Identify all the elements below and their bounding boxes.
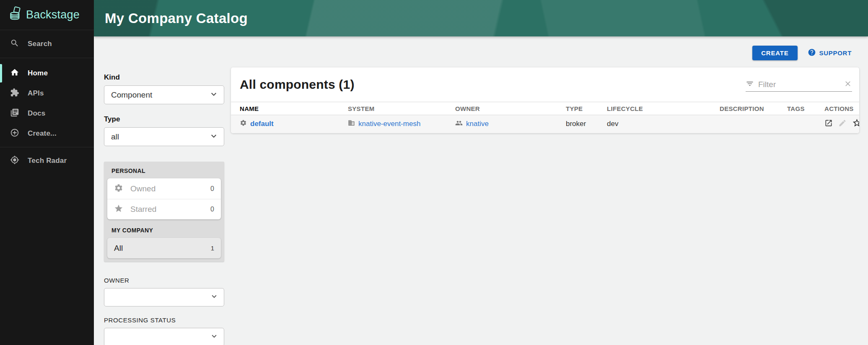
type-value: all	[111, 132, 209, 142]
col-owner[interactable]: OWNER	[446, 102, 557, 115]
sidebar-item-label: Create...	[28, 129, 57, 138]
sidebar-item-label: Docs	[28, 109, 45, 118]
table-filter-input[interactable]	[758, 80, 839, 89]
radar-icon	[10, 155, 19, 166]
col-name[interactable]: NAME	[231, 102, 339, 115]
sidebar-item-label: Tech Radar	[28, 157, 67, 165]
create-button[interactable]: CREATE	[752, 46, 797, 60]
col-description[interactable]: DESCRIPTION	[711, 102, 778, 115]
backstage-logo[interactable]: Backstage	[0, 0, 94, 30]
support-button[interactable]: SUPPORT	[808, 48, 852, 58]
all-filter-row[interactable]: All 1	[107, 238, 221, 258]
open-in-new-icon[interactable]	[824, 119, 833, 129]
kind-select[interactable]: Component	[104, 85, 224, 104]
owner-filter-label: OWNER	[104, 277, 224, 284]
sidebar-item-label: APIs	[28, 89, 44, 98]
col-type[interactable]: TYPE	[557, 102, 598, 115]
component-icon	[240, 119, 247, 129]
page-title: My Company Catalog	[105, 10, 248, 26]
all-label: All	[114, 244, 123, 253]
help-icon	[808, 48, 816, 58]
kind-label: Kind	[104, 73, 224, 82]
entity-name-link[interactable]: default	[250, 120, 274, 128]
processing-status-select[interactable]	[104, 328, 224, 345]
tags-cell	[778, 115, 816, 133]
all-count: 1	[211, 245, 214, 252]
clear-filter-icon[interactable]	[844, 80, 852, 90]
sidebar-item-search[interactable]: Search	[0, 30, 94, 58]
add-circle-icon	[10, 128, 19, 139]
backstage-logo-icon	[8, 6, 22, 24]
puzzle-icon	[10, 88, 19, 99]
home-icon	[10, 68, 19, 79]
table-header-row: NAME SYSTEM OWNER TYPE LIFECYCLE DESCRIP…	[231, 102, 859, 115]
company-section-title: MY COMPANY	[111, 227, 221, 234]
star-border-icon[interactable]	[852, 118, 859, 130]
owned-filter-row[interactable]: Owned 0	[107, 178, 221, 199]
system-link[interactable]: knative-event-mesh	[358, 120, 420, 128]
docs-icon	[10, 108, 19, 119]
filter-panel: Kind Component Type all PERSONAL Owned	[104, 73, 224, 345]
toolbar: CREATE SUPPORT	[752, 46, 852, 60]
type-cell: broker	[557, 115, 598, 133]
components-table: NAME SYSTEM OWNER TYPE LIFECYCLE DESCRIP…	[231, 102, 859, 133]
processing-status-label: PROCESSING STATUS	[104, 317, 224, 324]
sidebar-divider	[0, 147, 94, 151]
edit-icon[interactable]	[838, 119, 847, 129]
chevron-down-icon	[210, 292, 219, 303]
table-filter-field[interactable]	[746, 77, 852, 92]
owner-link[interactable]: knative	[466, 120, 489, 128]
owner-select[interactable]	[104, 288, 224, 306]
starred-count: 0	[210, 206, 214, 213]
group-icon	[455, 119, 463, 129]
owned-label: Owned	[130, 184, 155, 193]
logo-wordmark: Backstage	[26, 8, 80, 21]
search-icon	[10, 39, 19, 49]
catalog-title: All components (1)	[240, 77, 355, 92]
personal-section-title: PERSONAL	[111, 167, 221, 174]
sidebar-item-label: Search	[28, 40, 52, 48]
sidebar-item-apis[interactable]: APIs	[0, 83, 94, 103]
col-actions: ACTIONS	[816, 102, 859, 115]
starred-filter-row[interactable]: Starred 0	[107, 199, 221, 219]
catalog-card: All components (1) NAME SYSTEM	[231, 67, 859, 133]
type-select[interactable]: all	[104, 127, 224, 146]
sidebar-item-create[interactable]: Create...	[0, 124, 94, 144]
lifecycle-cell: dev	[598, 115, 711, 133]
ownership-filter-card: PERSONAL Owned 0 Starred 0 MY COM	[104, 162, 224, 262]
system-icon	[348, 119, 355, 129]
type-label: Type	[104, 115, 224, 124]
star-icon	[114, 204, 123, 215]
gear-icon	[114, 183, 123, 194]
sidebar-item-home[interactable]: Home	[0, 63, 94, 83]
col-system[interactable]: SYSTEM	[339, 102, 446, 115]
kind-value: Component	[111, 90, 209, 100]
page-header: My Company Catalog	[94, 0, 868, 36]
chevron-down-icon	[209, 89, 219, 101]
sidebar-item-docs[interactable]: Docs	[0, 103, 94, 124]
filter-list-icon	[746, 80, 754, 90]
sidebar-item-label: Home	[28, 69, 48, 77]
col-tags[interactable]: TAGS	[778, 102, 816, 115]
starred-label: Starred	[130, 205, 156, 214]
col-lifecycle[interactable]: LIFECYCLE	[598, 102, 711, 115]
chevron-down-icon	[209, 131, 219, 143]
main-content: CREATE SUPPORT Kind Component Type all P…	[94, 36, 868, 345]
sidebar: Backstage Search Home APIs Docs	[0, 0, 94, 345]
chevron-down-icon	[210, 332, 219, 342]
table-row: default knative-event-mesh	[231, 115, 859, 133]
owned-count: 0	[210, 185, 214, 193]
description-cell	[711, 115, 778, 133]
sidebar-item-tech-radar[interactable]: Tech Radar	[0, 151, 94, 171]
support-label: SUPPORT	[819, 49, 852, 57]
